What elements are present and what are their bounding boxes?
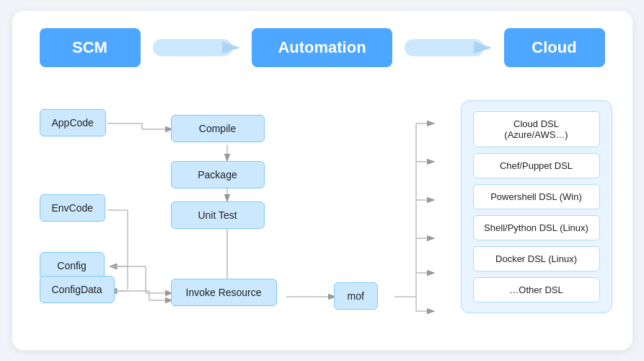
automation-header: Automation <box>252 28 392 67</box>
compile-box: Compile <box>171 115 265 142</box>
cloud-item-0: Cloud DSL (Azure/AWS…) <box>473 111 600 147</box>
cloud-item-4: Docker DSL (Linux) <box>473 246 600 271</box>
header-row: SCM Automation <box>32 28 612 67</box>
invoke-resource-box: Invoke Resource <box>171 279 277 306</box>
cloud-item-1: Chef/Puppet DSL <box>473 153 600 178</box>
package-box: Package <box>171 161 265 188</box>
cloud-item-3: Shell/Python DSL (Linux) <box>473 215 600 240</box>
diagram-container: SCM Automation <box>12 11 632 350</box>
cloud-item-5: …Other DSL <box>473 277 600 303</box>
unittest-box: Unit Test <box>171 201 265 229</box>
configdata-box: ConfigData <box>40 276 115 303</box>
arrow-automation-to-cloud <box>392 32 504 64</box>
cloud-item-2: Powershell DSL (Win) <box>473 184 600 209</box>
envcode-box: EnvCode <box>40 194 106 222</box>
cloud-header: Cloud <box>504 28 605 67</box>
scm-header: SCM <box>40 28 141 67</box>
main-diagram: AppCode EnvCode Config ConfigData Compil… <box>32 87 612 333</box>
appcode-box: AppCode <box>40 109 106 136</box>
svg-rect-4 <box>405 39 484 56</box>
cloud-section: Cloud DSL (Azure/AWS…) Chef/Puppet DSL P… <box>432 93 612 313</box>
svg-rect-1 <box>153 39 232 56</box>
mof-box: mof <box>334 282 378 310</box>
arrow-scm-to-automation <box>141 32 252 64</box>
